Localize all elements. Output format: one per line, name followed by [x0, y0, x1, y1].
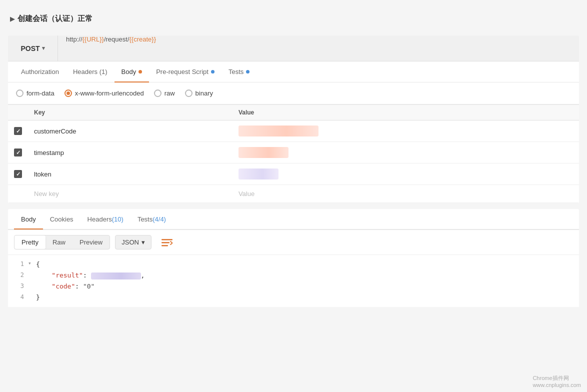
radio-form-data[interactable]: form-data	[16, 90, 54, 97]
method-chevron-icon: ▾	[42, 45, 45, 52]
json-key-result: "result"	[36, 272, 83, 279]
radio-raw-circle	[154, 90, 162, 97]
line-num-3: 3	[8, 281, 28, 291]
row2-value-cell[interactable]	[232, 142, 579, 164]
line-content-2: "result": ,	[36, 270, 579, 281]
resp-tab-tests-label: Tests	[138, 216, 152, 223]
wrap-button[interactable]	[156, 236, 178, 250]
svg-rect-1	[162, 242, 170, 244]
radio-x-www[interactable]: x-www-form-urlencoded	[64, 90, 144, 97]
raw-button[interactable]: Raw	[46, 236, 72, 249]
page-title: ▶ 创建会话（认证）正常	[8, 8, 579, 30]
row1-key[interactable]: customerCode	[28, 120, 232, 142]
json-key-code: "code"	[36, 282, 75, 290]
row2-key[interactable]: timestamp	[28, 142, 232, 164]
row1-checkbox[interactable]	[14, 127, 22, 135]
table-row: ltoken	[8, 164, 579, 185]
row3-value-cell[interactable]	[232, 164, 579, 185]
new-row-checkbox-cell	[8, 185, 28, 203]
new-value-placeholder: Value	[238, 190, 254, 198]
params-table: Key Value customerCode	[8, 104, 579, 203]
col-key-header: Key	[28, 105, 232, 120]
url-display[interactable]: http://{{URL}}/request/{{create}}	[58, 36, 579, 61]
resp-tab-cookies[interactable]: Cookies	[43, 210, 80, 230]
line-num-4: 4	[8, 292, 28, 302]
json-label: JSON	[122, 238, 139, 246]
pretty-button[interactable]: Pretty	[14, 236, 46, 249]
table-row: timestamp	[8, 142, 579, 164]
url-middle: /request/	[104, 36, 130, 43]
tab-authorization[interactable]: Authorization	[14, 62, 66, 82]
tab-tests[interactable]: Tests	[222, 62, 256, 82]
watermark-line2: www.cnplugins.com	[532, 382, 581, 388]
row3-checkbox[interactable]	[14, 170, 22, 178]
resp-tab-headers-label: Headers	[88, 216, 112, 223]
json-chevron-icon: ▾	[142, 238, 145, 246]
tab-body[interactable]: Body	[114, 62, 150, 82]
watermark: Chrome插件网 www.cnplugins.com	[532, 374, 581, 388]
method-dropdown[interactable]: POST ▾	[8, 36, 58, 61]
radio-x-www-label: x-www-form-urlencoded	[75, 90, 144, 97]
body-type-row: form-data x-www-form-urlencoded raw bina…	[8, 82, 579, 104]
radio-form-data-circle	[16, 90, 24, 97]
radio-binary-circle	[185, 90, 192, 97]
radio-x-www-circle	[64, 90, 72, 97]
new-value-cell[interactable]: Value	[232, 185, 579, 203]
new-key-input[interactable]: New key	[28, 185, 232, 203]
tab-pre-request[interactable]: Pre-request Script	[149, 62, 222, 82]
radio-binary[interactable]: binary	[185, 90, 213, 97]
line-arrow-1: ▾	[28, 259, 36, 268]
radio-form-data-label: form-data	[26, 90, 54, 97]
radio-binary-label: binary	[196, 90, 213, 97]
json-dropdown[interactable]: JSON ▾	[115, 235, 152, 250]
row1-value	[238, 126, 318, 136]
line-num-2: 2	[8, 270, 28, 280]
json-value-code: "0"	[83, 282, 94, 290]
row2-value	[238, 147, 288, 158]
response-section: Body Cookies Headers (10) Tests (4/4) Pr…	[8, 209, 579, 307]
tab-headers[interactable]: Headers (1)	[66, 62, 114, 82]
watermark-line1: Chrome插件网	[532, 374, 581, 382]
wrap-icon	[162, 238, 172, 247]
code-line-2: 2 "result": ,	[8, 270, 579, 281]
table-row: customerCode	[8, 120, 579, 142]
row2-checkbox[interactable]	[14, 148, 22, 156]
tab-tests-label: Tests	[228, 68, 244, 76]
json-colon-2: :	[75, 282, 83, 290]
preview-button[interactable]: Preview	[72, 236, 110, 249]
code-view: 1 ▾ { 2 "result": , 3 "code": "0" 4	[8, 255, 579, 307]
resp-tab-body-label: Body	[21, 216, 36, 223]
code-line-3: 3 "code": "0"	[8, 281, 579, 292]
row3-key[interactable]: ltoken	[28, 164, 232, 185]
tab-pre-request-label: Pre-request Script	[156, 68, 208, 76]
tests-dot-icon	[246, 70, 250, 74]
line-num-1: 1	[8, 259, 28, 269]
title-text: 创建会话（认证）正常	[18, 14, 92, 24]
tab-headers-label: Headers (1)	[73, 68, 108, 76]
request-card: POST ▾ http://{{URL}}/request/{{create}}…	[8, 36, 579, 203]
resp-tab-body[interactable]: Body	[14, 210, 43, 230]
code-line-4: 4 }	[8, 292, 579, 303]
resp-headers-badge: (10)	[112, 216, 124, 223]
row1-checkbox-cell	[8, 120, 28, 142]
url-bar: POST ▾ http://{{URL}}/request/{{create}}	[8, 36, 579, 62]
url-prefix: http://	[66, 36, 82, 43]
format-group: Pretty Raw Preview	[14, 235, 110, 250]
resp-tab-tests[interactable]: Tests (4/4)	[130, 210, 173, 230]
row1-value-cell[interactable]	[232, 120, 579, 142]
row3-checkbox-cell	[8, 164, 28, 185]
request-tabs: Authorization Headers (1) Body Pre-reque…	[8, 62, 579, 82]
response-tabs: Body Cookies Headers (10) Tests (4/4)	[8, 209, 579, 230]
radio-raw[interactable]: raw	[154, 90, 175, 97]
col-checkbox	[8, 105, 28, 120]
method-label: POST	[20, 44, 40, 52]
tab-body-label: Body	[122, 68, 136, 76]
radio-raw-label: raw	[164, 90, 175, 97]
line-content-3: "code": "0"	[36, 281, 579, 292]
resp-tab-headers[interactable]: Headers (10)	[80, 210, 130, 230]
col-value-header: Value	[232, 105, 579, 120]
resp-tab-cookies-label: Cookies	[50, 216, 74, 223]
resp-tests-badge: (4/4)	[152, 216, 166, 223]
row3-value	[238, 168, 278, 180]
url-var2: {{create}}	[130, 36, 156, 43]
